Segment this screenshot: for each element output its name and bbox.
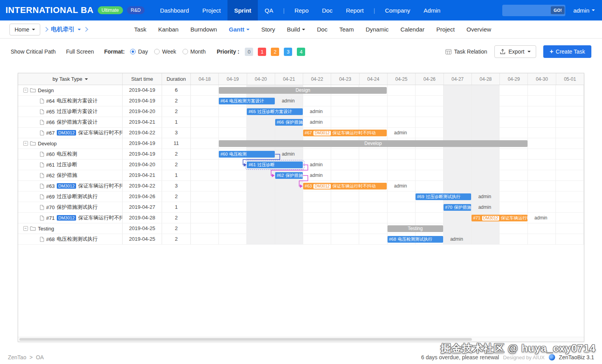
tab-build[interactable]: Build — [287, 26, 305, 33]
tab-doc[interactable]: Doc — [317, 26, 328, 33]
home-button[interactable]: Home — [9, 24, 40, 35]
nav-item-report[interactable]: Report — [339, 0, 370, 20]
gantt-row: #63DM3012保证车辆运行时不抖动2019-04-223#63DM3012保… — [18, 181, 584, 191]
collapse-icon[interactable]: − — [23, 88, 28, 93]
collapse-icon[interactable]: − — [23, 226, 28, 231]
nav-item-sprint[interactable]: Sprint — [227, 0, 258, 20]
task-name-cell[interactable]: −Testing — [18, 223, 123, 234]
create-task-button[interactable]: + Create Task — [543, 45, 591, 58]
task-bar[interactable]: #71DM3012保证车辆运行时不抖动 — [472, 215, 527, 221]
priority-chip-1[interactable]: 1 — [258, 48, 266, 56]
task-bar[interactable]: #65过压诊断方案设计 — [247, 108, 302, 115]
nav-item-dashboard[interactable]: Dashboard — [153, 0, 196, 20]
tab-calendar[interactable]: Calendar — [401, 26, 425, 33]
task-name-cell[interactable]: −Develop — [18, 138, 123, 149]
tab-project[interactable]: Project — [436, 26, 455, 33]
tab-dynamic[interactable]: Dynamic — [365, 26, 388, 33]
plus-icon: + — [550, 48, 553, 55]
tab-burndown[interactable]: Burndown — [190, 26, 217, 33]
tab-story[interactable]: Story — [261, 26, 275, 33]
task-name-cell[interactable]: #70保护措施测试执行 — [18, 202, 123, 212]
export-button[interactable]: Export — [494, 45, 536, 58]
task-bar[interactable]: #63DM3012保证车辆运行时不抖动 — [303, 183, 387, 189]
task-name-cell[interactable]: #60电压检测 — [18, 149, 123, 159]
collapse-icon[interactable]: − — [23, 141, 28, 146]
search-input[interactable] — [503, 7, 551, 13]
task-name-cell[interactable]: −Design — [18, 85, 123, 95]
tab-kanban[interactable]: Kanban — [158, 26, 179, 33]
show-critical-path-button[interactable]: Show Critical Path — [11, 48, 56, 55]
duration-cell: 6 — [162, 85, 191, 95]
date-col-04-21: 04-21 — [275, 73, 303, 85]
folder-icon — [30, 88, 36, 93]
task-name-cell[interactable]: #65过压诊断方案设计 — [18, 106, 123, 117]
priority-chip-2[interactable]: 2 — [271, 48, 279, 56]
bar-task-id: #67 — [305, 130, 312, 136]
task-name-cell[interactable]: #71DM3012保证车辆运行时不抖动 — [18, 213, 123, 223]
nav-item-qa[interactable]: QA — [258, 0, 280, 20]
home-label: Home — [15, 26, 29, 33]
task-relation-button[interactable]: Task Relation — [445, 48, 487, 55]
tab-gantt[interactable]: Gantt — [229, 26, 249, 33]
assignee-label: admin — [310, 160, 323, 170]
task-bar[interactable]: #68电压检测测试执行 — [388, 236, 443, 243]
task-name-cell[interactable]: #66保护措施方案设计 — [18, 117, 123, 127]
group-bar[interactable]: Develop — [219, 140, 527, 147]
group-bar[interactable]: Testing — [388, 225, 443, 232]
priority-chip-0[interactable]: 0 — [245, 48, 253, 56]
task-name-cell[interactable]: #63DM3012保证车辆运行时不抖动 — [18, 181, 123, 191]
task-name-cell[interactable]: #68电压检测测试执行 — [18, 234, 123, 244]
tab-overview[interactable]: Overview — [466, 26, 491, 33]
task-bar[interactable]: #67DM3012保证车辆运行时不抖动 — [303, 130, 387, 136]
task-bar[interactable]: #62保护措施 — [275, 172, 303, 179]
footer-brand[interactable]: ZenTao — [8, 354, 26, 360]
tab-team[interactable]: Team — [339, 26, 354, 33]
task-name-cell[interactable]: #64电压检测方案设计 — [18, 96, 123, 106]
horizontal-scrollbar[interactable] — [18, 337, 584, 342]
nav-item-project[interactable]: Project — [196, 0, 227, 20]
story-badge: DM3012 — [57, 183, 76, 189]
search-go-button[interactable]: GO! — [551, 6, 565, 14]
duration-cell: 1 — [162, 202, 191, 212]
nav-item-doc[interactable]: Doc — [315, 0, 339, 20]
task-name-cell[interactable]: #67DM3012保证车辆运行时不抖动 — [18, 128, 123, 138]
task-name-cell[interactable]: #62保护措施 — [18, 170, 123, 180]
view-tabs: TaskKanbanBurndownGanttStoryBuildDocTeam… — [134, 26, 491, 33]
column-header-task-type[interactable]: by Task Type — [18, 73, 123, 85]
task-bar[interactable]: #70保护措施测试执行 — [444, 204, 471, 211]
nav-item-repo[interactable]: Repo — [288, 0, 315, 20]
format-option-week[interactable]: Week — [154, 48, 176, 55]
chart-cell: #71DM3012保证车辆运行时不抖动admin — [191, 213, 584, 223]
task-bar[interactable]: #61过压诊断 — [247, 162, 302, 168]
scrollbar-thumb[interactable] — [19, 338, 472, 341]
footer-project[interactable]: OA — [36, 354, 44, 360]
task-bar[interactable]: #66保护措施方案设计 — [275, 119, 303, 126]
date-col-04-19: 04-19 — [219, 73, 247, 85]
priority-chip-4[interactable]: 4 — [297, 48, 305, 56]
user-menu[interactable]: admin — [573, 7, 595, 14]
brand-logo[interactable]: INTERNATIONAL BA — [6, 5, 94, 15]
format-option-day[interactable]: Day — [130, 48, 148, 55]
caret-down-icon — [78, 29, 81, 30]
gantt-row: #70保护措施测试执行2019-04-271#70保护措施测试执行admin — [18, 202, 584, 213]
tab-label: Team — [339, 26, 354, 33]
nav-item-company[interactable]: Company — [378, 0, 417, 20]
radio-icon — [130, 49, 136, 54]
task-bar[interactable]: #60电压检测 — [219, 151, 274, 158]
date-col-04-18: 04-18 — [191, 73, 219, 85]
tab-task[interactable]: Task — [134, 26, 146, 33]
group-bar[interactable]: Design — [219, 87, 387, 94]
task-name-cell[interactable]: #69过压诊断测试执行 — [18, 191, 123, 202]
task-name-cell[interactable]: #61过压诊断 — [18, 160, 123, 170]
task-bar[interactable]: #69过压诊断测试执行 — [416, 193, 471, 200]
full-screen-button[interactable]: Full Screen — [66, 48, 94, 55]
nav-item-admin[interactable]: Admin — [417, 0, 447, 20]
breadcrumb[interactable]: 电机牵引 — [44, 26, 88, 33]
task-relation-label: Task Relation — [454, 48, 487, 55]
start-time-cell: 2019-04-19 — [123, 96, 162, 106]
assignee-label: admin — [450, 234, 463, 245]
priority-chip-3[interactable]: 3 — [284, 48, 292, 56]
task-bar[interactable]: #64电压检测方案设计 — [219, 98, 274, 104]
tab-label: Dynamic — [365, 26, 388, 33]
format-option-month[interactable]: Month — [183, 48, 206, 55]
